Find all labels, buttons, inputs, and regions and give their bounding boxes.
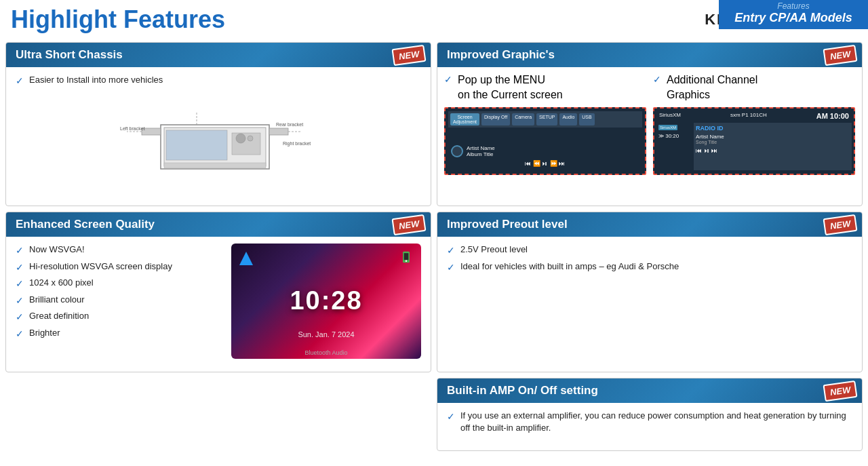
- sirius-body: SiriusXM ≫ 30:20 RADIO ID Artist Name So…: [656, 123, 852, 170]
- sirius-controls: ⏮ ⏯ ⏭: [696, 147, 850, 154]
- graphics-right: ✓ Additional ChannelGraphics SiriusXM sx…: [653, 73, 855, 175]
- graphics-left: ✓ Pop up the MENUon the Current screen S…: [444, 73, 646, 175]
- builtin-amp-body: ✓ If you use an external amplifier, you …: [437, 403, 862, 444]
- sirius-right-panel: RADIO ID Artist Name Song Title ⏮ ⏯ ⏭: [694, 123, 852, 170]
- banner-features: Features: [726, 1, 861, 11]
- enhanced-screen-body: ✓ Now WSVGA! ✓ Hi-resolution WSVGA scree…: [6, 237, 431, 366]
- improved-preout-body: ✓ 2.5V Preout level ✓ Ideal for vehicles…: [437, 237, 862, 284]
- check-icon-a0: ✓: [447, 410, 455, 424]
- top-right-banner: Features Entry CP/AA Models: [719, 0, 868, 29]
- improved-preout-section: Improved Preout level NEW ✓ 2.5V Preout …: [437, 212, 863, 372]
- builtin-amp-section: Built-in AMP On/ Off setting NEW ✓ If yo…: [437, 378, 863, 451]
- chassis-svg: Left bracket Rear bracket Right bracket: [120, 98, 317, 186]
- player-artist: Artist Name: [467, 145, 495, 151]
- menu-btn-audio: Audio: [559, 113, 577, 125]
- sirius-brand: SiriusXM: [659, 112, 681, 120]
- sirius-artist-name: Artist Name: [696, 134, 850, 140]
- preout-item-1: ✓ Ideal for vehicles with built in amps …: [447, 260, 852, 275]
- sirius-song-title: Song Title: [696, 140, 850, 144]
- screen-item-2: ✓ 1024 x 600 pixel: [16, 277, 224, 291]
- svg-marker-15: [239, 252, 253, 265]
- graphics-item-2: ✓ Additional ChannelGraphics: [653, 73, 855, 103]
- ultra-chassis-item-1: ✓ Easier to Install into more vehicles: [16, 74, 421, 88]
- improved-graphics-section: Improved Graphic's NEW ✓ Pop up the MENU…: [437, 42, 863, 206]
- jvc-screen-time: 10:28: [290, 286, 362, 315]
- check-icon-1: ✓: [16, 75, 24, 88]
- svg-rect-2: [166, 130, 227, 160]
- check-icon-s4: ✓: [16, 311, 24, 324]
- chassis-diagram: Left bracket Rear bracket Right bracket: [16, 91, 421, 193]
- screen-item-4: ✓ Great definition: [16, 310, 224, 324]
- sirius-label: SiriusXM: [658, 125, 677, 130]
- phone-icon-svg: [399, 250, 413, 264]
- svg-text:Rear bracket: Rear bracket: [276, 122, 303, 127]
- nav-arrow-svg: [238, 250, 254, 267]
- enhanced-screen-section: Enhanced Screen Quality NEW ✓ Now WSVGA!…: [5, 212, 431, 372]
- preout-item-0: ✓ 2.5V Preout level: [447, 244, 852, 258]
- main-grid: Ultra Short Chassis NEW ✓ Easier to Inst…: [0, 37, 868, 457]
- menu-top-bar: ScreenAdjustment Display Off Camera SETU…: [448, 111, 642, 128]
- screen-list: ✓ Now WSVGA! ✓ Hi-resolution WSVGA scree…: [16, 244, 224, 359]
- menu-screenshot: ScreenAdjustment Display Off Camera SETU…: [444, 107, 646, 175]
- sirius-logo-text: ≫ 30:20: [658, 133, 692, 139]
- improved-graphics-header: Improved Graphic's: [437, 43, 862, 67]
- svg-rect-9: [269, 128, 288, 135]
- sirius-left-panel: SiriusXM ≫ 30:20: [656, 123, 694, 170]
- ultra-chassis-header: Ultra Short Chassis: [6, 43, 431, 67]
- svg-point-4: [236, 134, 245, 143]
- check-icon-2: ✓: [444, 73, 452, 87]
- jvc-screen-label: Bluetooth Audio: [304, 349, 347, 356]
- ultra-chassis-section: Ultra Short Chassis NEW ✓ Easier to Inst…: [5, 42, 431, 206]
- builtin-amp-header: Built-in AMP On/ Off setting: [437, 378, 862, 403]
- menu-btn-setup: SETUP: [536, 113, 557, 125]
- menu-btn-usb: USB: [579, 113, 594, 125]
- ultra-chassis-body: ✓ Easier to Install into more vehicles: [6, 67, 431, 199]
- check-icon-3: ✓: [653, 73, 661, 87]
- sirius-radio-id: RADIO ID: [696, 125, 850, 132]
- player-album: Album Title: [467, 151, 495, 157]
- amp-item-0: ✓ If you use an external amplifier, you …: [447, 410, 852, 434]
- svg-rect-6: [164, 163, 266, 168]
- jvc-screen-image: 10:28 Sun. Jan. 7 2024 Bluetooth Audio: [231, 244, 421, 359]
- menu-btn-screen: ScreenAdjustment: [450, 113, 479, 125]
- check-icon-s3: ✓: [16, 294, 24, 308]
- player-disc: [451, 145, 463, 157]
- screen-item-5: ✓ Brighter: [16, 327, 224, 341]
- svg-text:Left bracket: Left bracket: [120, 126, 145, 131]
- sirius-screenshot: SiriusXM sxm P1 101CH AM 10:00 SiriusXM …: [653, 107, 855, 175]
- jvc-screen-date: Sun. Jan. 7 2024: [298, 330, 354, 338]
- sirius-time: AM 10:00: [816, 112, 849, 120]
- svg-point-5: [248, 136, 253, 141]
- player-controls: ⏮ ⏪ ⏯ ⏩ ⏭: [451, 159, 639, 168]
- screen-item-1: ✓ Hi-resolution WSVGA screen display: [16, 260, 224, 275]
- menu-player: Artist Name Album Title ⏮ ⏪ ⏯ ⏩ ⏭: [448, 142, 642, 171]
- menu-btn-display: Display Off: [481, 113, 510, 125]
- enhanced-screen-header: Enhanced Screen Quality: [6, 212, 431, 237]
- screen-item-3: ✓ Brilliant colour: [16, 294, 224, 308]
- page-title: Highlight Features: [11, 5, 705, 34]
- menu-btn-camera: Camera: [512, 113, 534, 125]
- sirius-info: sxm P1 101CH: [730, 112, 767, 120]
- screen-content: ✓ Now WSVGA! ✓ Hi-resolution WSVGA scree…: [16, 244, 421, 359]
- player-row-1: Artist Name Album Title: [451, 145, 639, 157]
- svg-point-18: [406, 260, 408, 263]
- banner-title: Entry CP/AA Models: [726, 11, 861, 25]
- header: Highlight Features KENWOOD JVC Features …: [0, 0, 868, 37]
- check-icon-p1: ✓: [447, 261, 455, 275]
- screen-item-0: ✓ Now WSVGA!: [16, 244, 224, 258]
- graphics-content: ✓ Pop up the MENUon the Current screen S…: [437, 67, 862, 180]
- check-icon-s5: ✓: [16, 328, 24, 341]
- svg-rect-3: [232, 133, 260, 155]
- svg-text:Right bracket: Right bracket: [283, 141, 311, 147]
- sirius-top-bar: SiriusXM sxm P1 101CH AM 10:00: [656, 111, 852, 121]
- check-icon-s2: ✓: [16, 277, 24, 291]
- check-icon-p0: ✓: [447, 244, 455, 258]
- improved-preout-header: Improved Preout level: [437, 212, 862, 237]
- graphics-item-1: ✓ Pop up the MENUon the Current screen: [444, 73, 646, 103]
- svg-rect-17: [404, 253, 409, 260]
- check-icon-s1: ✓: [16, 261, 24, 275]
- check-icon-s0: ✓: [16, 244, 24, 258]
